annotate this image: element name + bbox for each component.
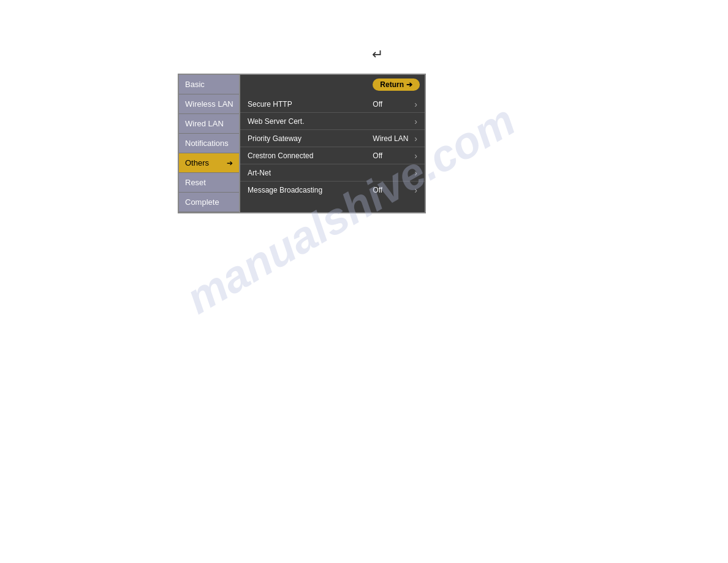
- return-arrow-icon: ➔: [406, 80, 412, 89]
- setting-value-0: Off: [373, 100, 409, 109]
- setting-row-arrow-2: ›: [414, 134, 417, 144]
- setting-row-3[interactable]: Crestron ConnectedOff›: [240, 147, 425, 164]
- sidebar-item-label-wired-lan: Wired LAN: [185, 119, 224, 128]
- content-panel: Return ➔ Secure HTTPOff›Web Server Cert.…: [239, 74, 426, 213]
- menu-container: BasicWireless LANWired LANNotificationsO…: [178, 74, 426, 213]
- sidebar-item-others[interactable]: Others➔: [179, 153, 239, 173]
- cursor-icon: ↵: [372, 47, 383, 63]
- setting-value-3: Off: [373, 151, 409, 160]
- sidebar-item-notifications[interactable]: Notifications: [179, 134, 239, 153]
- sidebar-item-label-others: Others: [185, 158, 209, 167]
- return-row: Return ➔: [240, 75, 425, 94]
- return-button[interactable]: Return ➔: [373, 79, 420, 91]
- setting-row-arrow-3: ›: [414, 151, 417, 161]
- setting-label-3: Crestron Connected: [248, 151, 373, 160]
- sidebar-item-wireless-lan[interactable]: Wireless LAN: [179, 94, 239, 114]
- setting-row-4[interactable]: Art-Net›: [240, 164, 425, 182]
- sidebar-item-label-reset: Reset: [185, 178, 206, 187]
- sidebar-item-basic[interactable]: Basic: [179, 75, 239, 94]
- sidebar-item-label-wireless-lan: Wireless LAN: [185, 99, 233, 109]
- setting-row-arrow-4: ›: [414, 168, 417, 178]
- setting-row-arrow-5: ›: [414, 185, 417, 195]
- setting-row-1[interactable]: Web Server Cert.›: [240, 113, 425, 130]
- setting-label-2: Priority Gateway: [248, 134, 373, 143]
- setting-value-2: Wired LAN: [373, 134, 409, 143]
- setting-row-0[interactable]: Secure HTTPOff›: [240, 96, 425, 113]
- sidebar-item-wired-lan[interactable]: Wired LAN: [179, 114, 239, 134]
- setting-value-5: Off: [373, 186, 409, 194]
- sidebar-item-label-basic: Basic: [185, 80, 205, 89]
- sidebar-item-complete[interactable]: Complete: [179, 193, 239, 212]
- setting-label-5: Message Broadcasting: [248, 186, 373, 194]
- sidebar-item-reset[interactable]: Reset: [179, 173, 239, 193]
- sidebar-item-arrow-others: ➔: [227, 159, 233, 167]
- setting-label-1: Web Server Cert.: [248, 117, 409, 126]
- setting-row-2[interactable]: Priority GatewayWired LAN›: [240, 130, 425, 147]
- setting-row-arrow-0: ›: [414, 99, 417, 109]
- setting-label-0: Secure HTTP: [248, 100, 373, 109]
- return-label: Return: [380, 80, 404, 89]
- sidebar-item-label-notifications: Notifications: [185, 139, 229, 148]
- sidebar-item-label-complete: Complete: [185, 197, 219, 207]
- setting-label-4: Art-Net: [248, 169, 409, 177]
- sidebar: BasicWireless LANWired LANNotificationsO…: [178, 74, 239, 213]
- setting-row-arrow-1: ›: [414, 117, 417, 126]
- setting-row-5[interactable]: Message BroadcastingOff›: [240, 182, 425, 199]
- settings-list: Secure HTTPOff›Web Server Cert.›Priority…: [240, 94, 425, 200]
